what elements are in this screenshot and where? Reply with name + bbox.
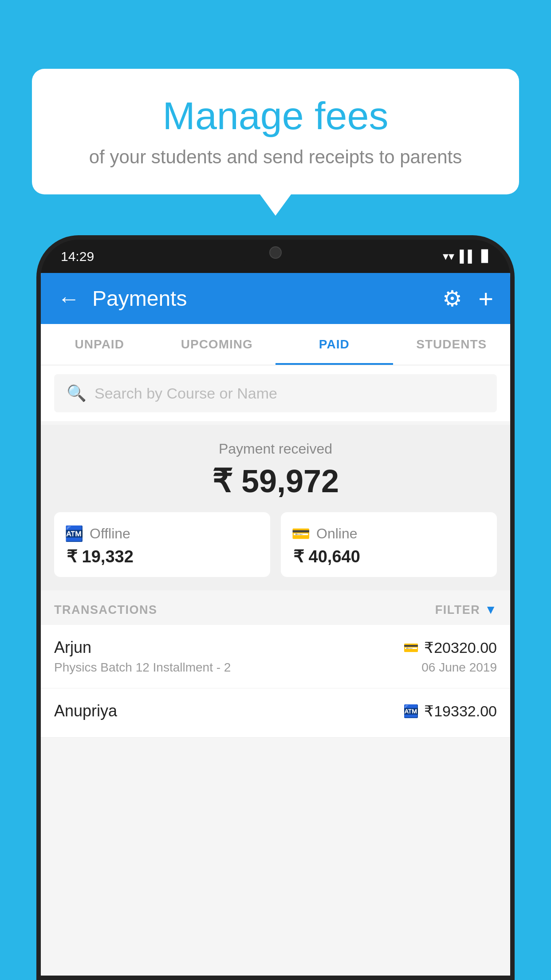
phone-frame: 14:29 ▾▾ ▌▌ ▊ ← Payments ⚙ + UNPAID UPCO… xyxy=(36,235,515,980)
transaction-row[interactable]: Arjun 💳 ₹20320.00 Physics Batch 12 Insta… xyxy=(41,625,510,688)
payment-label: Payment received xyxy=(54,441,497,457)
cash-payment-icon: 🏧 xyxy=(403,704,419,719)
app-bar-left: ← Payments xyxy=(58,286,187,312)
online-icon: 💳 xyxy=(291,525,310,542)
payment-cards: 🏧 Offline ₹ 19,332 💳 Online ₹ 40,640 xyxy=(54,512,497,577)
transaction-bottom: Physics Batch 12 Installment - 2 06 June… xyxy=(54,660,497,675)
speech-bubble-container: Manage fees of your students and send re… xyxy=(32,69,519,194)
add-button[interactable]: + xyxy=(478,284,493,313)
bubble-subtitle: of your students and send receipts to pa… xyxy=(59,146,492,168)
offline-icon: 🏧 xyxy=(65,525,83,542)
speech-bubble: Manage fees of your students and send re… xyxy=(32,69,519,194)
online-amount: ₹ 40,640 xyxy=(291,547,486,566)
online-card-header: 💳 Online xyxy=(291,525,486,542)
transaction-amount: ₹20320.00 xyxy=(424,639,497,656)
phone-content: ← Payments ⚙ + UNPAID UPCOMING PAID STUD… xyxy=(41,273,510,976)
offline-card: 🏧 Offline ₹ 19,332 xyxy=(54,512,270,577)
filter-container[interactable]: FILTER ▼ xyxy=(435,603,497,617)
signal-icon: ▌▌ xyxy=(460,249,476,263)
transaction-row[interactable]: Anupriya 🏧 ₹19332.00 xyxy=(41,688,510,738)
transaction-name: Anupriya xyxy=(54,702,117,720)
transaction-top: Anupriya 🏧 ₹19332.00 xyxy=(54,702,497,720)
app-bar: ← Payments ⚙ + xyxy=(41,273,510,324)
filter-label: FILTER xyxy=(435,603,480,617)
filter-icon: ▼ xyxy=(484,603,497,617)
transaction-course: Physics Batch 12 Installment - 2 xyxy=(54,660,231,675)
wifi-icon: ▾▾ xyxy=(443,249,454,263)
search-icon: 🔍 xyxy=(67,384,87,403)
bubble-title: Manage fees xyxy=(59,93,492,138)
payment-amount: ₹ 59,972 xyxy=(54,462,497,500)
search-box[interactable]: 🔍 Search by Course or Name xyxy=(54,374,497,412)
online-label: Online xyxy=(316,526,358,542)
battery-icon: ▊ xyxy=(481,249,490,263)
search-container: 🔍 Search by Course or Name xyxy=(41,365,510,421)
tab-paid[interactable]: PAID xyxy=(276,324,393,365)
transaction-amount: ₹19332.00 xyxy=(424,702,497,720)
app-bar-right: ⚙ + xyxy=(442,284,493,313)
online-card: 💳 Online ₹ 40,640 xyxy=(281,512,497,577)
transactions-header: TRANSACTIONS FILTER ▼ xyxy=(41,590,510,625)
search-input[interactable]: Search by Course or Name xyxy=(94,385,277,402)
status-time: 14:29 xyxy=(61,249,94,264)
card-payment-icon: 💳 xyxy=(403,640,419,655)
transactions-label: TRANSACTIONS xyxy=(54,603,157,617)
tab-students[interactable]: STUDENTS xyxy=(393,324,511,365)
offline-amount: ₹ 19,332 xyxy=(65,547,260,566)
back-button[interactable]: ← xyxy=(58,286,80,312)
payment-section: Payment received ₹ 59,972 🏧 Offline ₹ 19… xyxy=(41,425,510,590)
camera-dot xyxy=(269,246,282,259)
tab-upcoming[interactable]: UPCOMING xyxy=(158,324,276,365)
transaction-name: Arjun xyxy=(54,638,91,657)
transaction-amount-container: 🏧 ₹19332.00 xyxy=(403,702,497,720)
transaction-top: Arjun 💳 ₹20320.00 xyxy=(54,638,497,657)
offline-card-header: 🏧 Offline xyxy=(65,525,260,542)
offline-label: Offline xyxy=(90,526,130,542)
tabs-container: UNPAID UPCOMING PAID STUDENTS xyxy=(41,324,510,365)
status-icons: ▾▾ ▌▌ ▊ xyxy=(443,249,490,263)
page-title: Payments xyxy=(92,286,187,311)
transaction-amount-container: 💳 ₹20320.00 xyxy=(403,639,497,656)
phone-notch xyxy=(238,240,313,263)
tab-unpaid[interactable]: UNPAID xyxy=(41,324,158,365)
settings-icon[interactable]: ⚙ xyxy=(442,286,462,312)
status-bar: 14:29 ▾▾ ▌▌ ▊ xyxy=(41,240,510,273)
transaction-date: 06 June 2019 xyxy=(421,660,497,675)
